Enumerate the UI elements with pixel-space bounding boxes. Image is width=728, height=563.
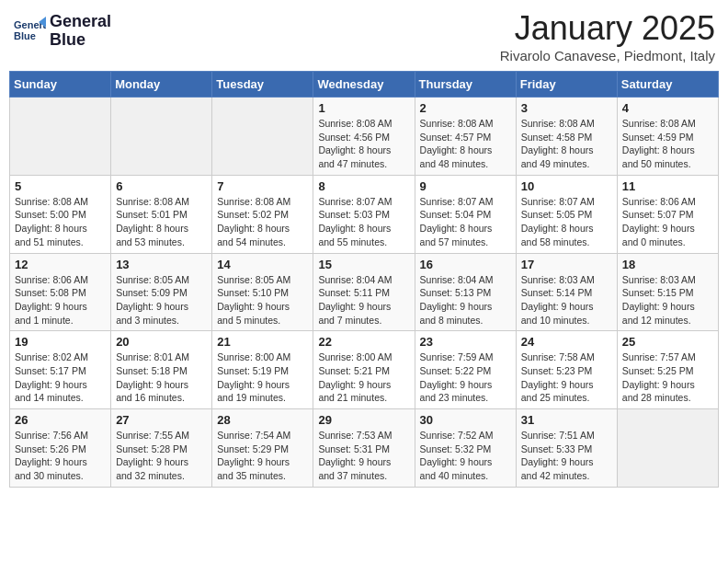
day-number: 14 — [217, 258, 309, 271]
calendar-cell: 19Sunrise: 8:02 AM Sunset: 5:17 PM Dayli… — [10, 331, 111, 409]
day-number: 24 — [521, 335, 613, 349]
day-info: Sunrise: 8:03 AM Sunset: 5:15 PM Dayligh… — [622, 273, 714, 327]
calendar-cell: 12Sunrise: 8:06 AM Sunset: 5:08 PM Dayli… — [10, 253, 111, 331]
calendar-title: January 2025 — [500, 9, 715, 48]
day-number: 16 — [420, 258, 512, 271]
day-info: Sunrise: 8:07 AM Sunset: 5:05 PM Dayligh… — [521, 195, 613, 249]
weekday-header-monday: Monday — [111, 72, 212, 98]
day-number: 11 — [622, 179, 714, 193]
day-info: Sunrise: 8:02 AM Sunset: 5:17 PM Dayligh… — [15, 350, 107, 405]
day-info: Sunrise: 8:06 AM Sunset: 5:07 PM Dayligh… — [622, 195, 714, 249]
day-info: Sunrise: 8:08 AM Sunset: 4:58 PM Dayligh… — [521, 117, 613, 171]
calendar-cell: 13Sunrise: 8:05 AM Sunset: 5:09 PM Dayli… — [111, 253, 212, 331]
calendar-cell: 5Sunrise: 8:08 AM Sunset: 5:00 PM Daylig… — [10, 175, 111, 253]
calendar-cell: 21Sunrise: 8:00 AM Sunset: 5:19 PM Dayli… — [212, 331, 313, 409]
day-number: 15 — [318, 258, 410, 271]
day-info: Sunrise: 7:55 AM Sunset: 5:28 PM Dayligh… — [116, 429, 208, 483]
calendar-week-row: 26Sunrise: 7:56 AM Sunset: 5:26 PM Dayli… — [10, 409, 719, 488]
calendar-cell: 10Sunrise: 8:07 AM Sunset: 5:05 PM Dayli… — [516, 175, 617, 253]
day-info: Sunrise: 8:08 AM Sunset: 4:59 PM Dayligh… — [622, 117, 714, 171]
calendar-cell: 27Sunrise: 7:55 AM Sunset: 5:28 PM Dayli… — [111, 409, 212, 488]
calendar-subtitle: Rivarolo Canavese, Piedmont, Italy — [500, 48, 715, 63]
page-header: General Blue General Blue January 2025 R… — [9, 9, 719, 63]
day-info: Sunrise: 8:08 AM Sunset: 5:01 PM Dayligh… — [116, 195, 208, 249]
day-info: Sunrise: 8:00 AM Sunset: 5:21 PM Dayligh… — [318, 350, 410, 405]
calendar-cell: 16Sunrise: 8:04 AM Sunset: 5:13 PM Dayli… — [415, 253, 516, 331]
calendar-cell: 30Sunrise: 7:52 AM Sunset: 5:32 PM Dayli… — [415, 409, 516, 488]
day-number: 1 — [318, 101, 410, 115]
calendar-cell: 1Sunrise: 8:08 AM Sunset: 4:56 PM Daylig… — [313, 98, 415, 176]
day-info: Sunrise: 8:00 AM Sunset: 5:19 PM Dayligh… — [217, 350, 309, 405]
day-info: Sunrise: 8:08 AM Sunset: 4:57 PM Dayligh… — [420, 117, 512, 171]
day-number: 19 — [15, 335, 107, 349]
calendar-cell: 24Sunrise: 7:58 AM Sunset: 5:23 PM Dayli… — [516, 331, 617, 409]
calendar-cell — [10, 98, 111, 176]
calendar-cell: 17Sunrise: 8:03 AM Sunset: 5:14 PM Dayli… — [516, 253, 617, 331]
day-info: Sunrise: 7:54 AM Sunset: 5:29 PM Dayligh… — [217, 429, 309, 483]
day-info: Sunrise: 8:06 AM Sunset: 5:08 PM Dayligh… — [15, 273, 107, 327]
day-info: Sunrise: 8:07 AM Sunset: 5:03 PM Dayligh… — [318, 195, 410, 249]
day-info: Sunrise: 8:03 AM Sunset: 5:14 PM Dayligh… — [521, 273, 613, 327]
calendar-cell: 6Sunrise: 8:08 AM Sunset: 5:01 PM Daylig… — [111, 175, 212, 253]
day-number: 25 — [622, 335, 714, 349]
calendar-table: SundayMondayTuesdayWednesdayThursdayFrid… — [9, 71, 719, 488]
calendar-cell: 14Sunrise: 8:05 AM Sunset: 5:10 PM Dayli… — [212, 253, 313, 331]
day-info: Sunrise: 7:52 AM Sunset: 5:32 PM Dayligh… — [420, 429, 512, 483]
day-number: 26 — [15, 413, 107, 427]
logo-text-line1: General — [50, 13, 111, 31]
weekday-header-thursday: Thursday — [415, 72, 516, 98]
day-info: Sunrise: 8:08 AM Sunset: 5:02 PM Dayligh… — [217, 195, 309, 249]
calendar-cell: 11Sunrise: 8:06 AM Sunset: 5:07 PM Dayli… — [617, 175, 718, 253]
calendar-cell: 20Sunrise: 8:01 AM Sunset: 5:18 PM Dayli… — [111, 331, 212, 409]
day-info: Sunrise: 8:04 AM Sunset: 5:13 PM Dayligh… — [420, 273, 512, 327]
day-info: Sunrise: 8:08 AM Sunset: 4:56 PM Dayligh… — [318, 117, 410, 171]
day-number: 18 — [622, 258, 714, 271]
weekday-header-wednesday: Wednesday — [313, 72, 415, 98]
day-number: 28 — [217, 413, 309, 427]
day-info: Sunrise: 8:05 AM Sunset: 5:10 PM Dayligh… — [217, 273, 309, 327]
calendar-cell: 9Sunrise: 8:07 AM Sunset: 5:04 PM Daylig… — [415, 175, 516, 253]
day-number: 29 — [318, 413, 410, 427]
day-info: Sunrise: 7:51 AM Sunset: 5:33 PM Dayligh… — [521, 429, 613, 483]
day-info: Sunrise: 7:58 AM Sunset: 5:23 PM Dayligh… — [521, 350, 613, 405]
day-number: 27 — [116, 413, 208, 427]
day-number: 2 — [420, 101, 512, 115]
calendar-cell: 23Sunrise: 7:59 AM Sunset: 5:22 PM Dayli… — [415, 331, 516, 409]
weekday-header-friday: Friday — [516, 72, 617, 98]
calendar-week-row: 1Sunrise: 8:08 AM Sunset: 4:56 PM Daylig… — [10, 98, 719, 176]
logo-text-line2: Blue — [50, 31, 111, 50]
calendar-cell: 25Sunrise: 7:57 AM Sunset: 5:25 PM Dayli… — [617, 331, 718, 409]
day-info: Sunrise: 8:08 AM Sunset: 5:00 PM Dayligh… — [15, 195, 107, 249]
day-info: Sunrise: 8:07 AM Sunset: 5:04 PM Dayligh… — [420, 195, 512, 249]
day-number: 12 — [15, 258, 107, 271]
day-number: 13 — [116, 258, 208, 271]
day-info: Sunrise: 8:05 AM Sunset: 5:09 PM Dayligh… — [116, 273, 208, 327]
svg-text:Blue: Blue — [14, 30, 36, 41]
calendar-cell: 18Sunrise: 8:03 AM Sunset: 5:15 PM Dayli… — [617, 253, 718, 331]
calendar-week-row: 19Sunrise: 8:02 AM Sunset: 5:17 PM Dayli… — [10, 331, 719, 409]
calendar-cell: 26Sunrise: 7:56 AM Sunset: 5:26 PM Dayli… — [10, 409, 111, 488]
calendar-cell — [212, 98, 313, 176]
weekday-header-tuesday: Tuesday — [212, 72, 313, 98]
calendar-cell: 28Sunrise: 7:54 AM Sunset: 5:29 PM Dayli… — [212, 409, 313, 488]
calendar-cell: 3Sunrise: 8:08 AM Sunset: 4:58 PM Daylig… — [516, 98, 617, 176]
day-number: 3 — [521, 101, 613, 115]
day-number: 7 — [217, 179, 309, 193]
day-info: Sunrise: 8:04 AM Sunset: 5:11 PM Dayligh… — [318, 273, 410, 327]
weekday-header-row: SundayMondayTuesdayWednesdayThursdayFrid… — [10, 72, 719, 98]
calendar-cell: 4Sunrise: 8:08 AM Sunset: 4:59 PM Daylig… — [617, 98, 718, 176]
calendar-week-row: 5Sunrise: 8:08 AM Sunset: 5:00 PM Daylig… — [10, 175, 719, 253]
day-info: Sunrise: 7:53 AM Sunset: 5:31 PM Dayligh… — [318, 429, 410, 483]
day-info: Sunrise: 7:56 AM Sunset: 5:26 PM Dayligh… — [15, 429, 107, 483]
calendar-cell: 2Sunrise: 8:08 AM Sunset: 4:57 PM Daylig… — [415, 98, 516, 176]
day-number: 22 — [318, 335, 410, 349]
day-info: Sunrise: 8:01 AM Sunset: 5:18 PM Dayligh… — [116, 350, 208, 405]
calendar-week-row: 12Sunrise: 8:06 AM Sunset: 5:08 PM Dayli… — [10, 253, 719, 331]
calendar-cell: 29Sunrise: 7:53 AM Sunset: 5:31 PM Dayli… — [313, 409, 415, 488]
logo-icon: General Blue — [13, 15, 46, 48]
day-number: 23 — [420, 335, 512, 349]
calendar-cell: 8Sunrise: 8:07 AM Sunset: 5:03 PM Daylig… — [313, 175, 415, 253]
weekday-header-saturday: Saturday — [617, 72, 718, 98]
day-number: 4 — [622, 101, 714, 115]
calendar-cell: 31Sunrise: 7:51 AM Sunset: 5:33 PM Dayli… — [516, 409, 617, 488]
